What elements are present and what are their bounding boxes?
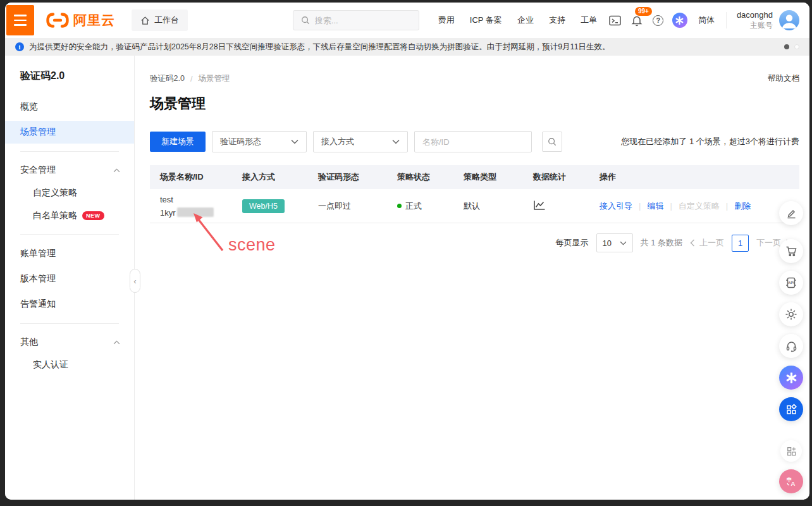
action-separator	[670, 201, 672, 211]
bell-icon	[631, 15, 643, 27]
breadcrumb-root[interactable]: 验证码2.0	[150, 73, 185, 84]
create-scene-button[interactable]: 新建场景	[150, 132, 206, 152]
user-role: 主账号	[750, 20, 773, 30]
dot-inactive[interactable]	[794, 44, 799, 49]
sidebar-item-scene-management[interactable]: 场景管理	[5, 121, 134, 144]
nav-tickets[interactable]: 工单	[573, 15, 605, 26]
search-input[interactable]	[315, 16, 403, 25]
nav-billing[interactable]: 费用	[431, 15, 462, 26]
sidebar-item-real-person-auth[interactable]: 实人认证	[5, 354, 134, 376]
ai-assistant-button[interactable]	[669, 9, 691, 31]
svg-text:A: A	[791, 480, 796, 487]
sidebar-group-security-label: 安全管理	[20, 164, 56, 176]
hamburger-menu-button[interactable]	[6, 5, 34, 35]
per-page-value: 10	[603, 238, 612, 248]
line-chart-icon[interactable]	[533, 200, 546, 211]
search-button[interactable]	[542, 132, 562, 152]
sidebar-title: 验证码2.0	[5, 70, 134, 87]
info-icon: i	[15, 42, 24, 51]
table-header: 场景名称/ID 接入方式 验证码形态 策略状态 策略类型 数据统计 操作	[150, 165, 799, 189]
captcha-form-select[interactable]: 验证码形态	[212, 131, 307, 152]
help-doc-link[interactable]: 帮助文档	[768, 73, 799, 84]
notifications-button[interactable]: 99+	[626, 9, 648, 31]
policy-status: 正式	[397, 201, 464, 212]
feedback-edit-button[interactable]	[779, 201, 803, 225]
row-actions: 接入引导 编辑 自定义策略 删除	[600, 201, 799, 212]
aliyun-logo[interactable]: 阿里云	[46, 11, 115, 29]
sidebar-item-overview[interactable]: 概览	[5, 96, 134, 118]
action-separator	[639, 201, 641, 211]
ai-asterisk-icon	[786, 373, 797, 383]
pencil-icon	[785, 207, 797, 219]
sidebar-item-real-person-auth-label: 实人认证	[33, 359, 68, 371]
help-button[interactable]: ?	[648, 9, 669, 31]
sidebar-item-custom-policy[interactable]: 自定义策略	[5, 182, 134, 204]
widgets-button[interactable]	[780, 440, 802, 462]
status-label: 正式	[405, 201, 422, 212]
headset-icon	[785, 340, 797, 352]
settings-button[interactable]	[779, 302, 803, 326]
chevron-down-icon	[291, 139, 298, 144]
scene-name-cell: test 1kyr	[160, 193, 242, 219]
nav-enterprise[interactable]: 企业	[510, 15, 541, 26]
action-delete[interactable]: 删除	[734, 201, 751, 212]
sidebar-group-other[interactable]: 其他	[5, 331, 134, 353]
prev-page-label: 上一页	[699, 237, 724, 249]
gear-icon	[785, 308, 797, 321]
prev-page-button[interactable]: 上一页	[690, 237, 724, 249]
api-button[interactable]: API	[779, 271, 803, 295]
workspace-button[interactable]: 工作台	[132, 9, 188, 31]
col-captcha-form: 验证码形态	[318, 171, 397, 183]
nav-icp[interactable]: ICP 备案	[462, 15, 510, 26]
apps-grid-icon	[785, 404, 797, 416]
sidebar-item-whitelist-policy[interactable]: 白名单策略 NEW	[5, 205, 134, 226]
action-access-guide[interactable]: 接入引导	[600, 201, 632, 212]
apps-panel-button[interactable]	[779, 397, 803, 421]
col-access: 接入方式	[242, 171, 318, 183]
table-row: test 1kyr Web/H5 一点即过 正式 默认 接入引导	[150, 189, 799, 223]
main-content: 验证码2.0 场景管理 帮助文档 场景管理 新建场景 验证码形态 接入方式	[135, 56, 809, 500]
chevron-down-icon	[392, 139, 400, 144]
dot-active[interactable]	[784, 44, 789, 49]
col-actions: 操作	[600, 171, 799, 183]
support-button[interactable]	[779, 334, 803, 358]
api-icon: API	[785, 276, 797, 289]
redacted-id	[177, 207, 214, 217]
sidebar-collapse-handle[interactable]: ‹	[130, 269, 140, 293]
announcement-dots[interactable]	[784, 44, 799, 49]
scene-table: 场景名称/ID 接入方式 验证码形态 策略状态 策略类型 数据统计 操作 tes…	[150, 165, 799, 223]
col-scene-name: 场景名称/ID	[160, 171, 242, 183]
col-statistics: 数据统计	[533, 171, 600, 183]
cart-button[interactable]	[779, 239, 803, 263]
sidebar-divider	[20, 234, 119, 235]
translate-button[interactable]: 中A	[779, 469, 803, 493]
ai-assistant-floating-button[interactable]	[779, 366, 803, 390]
nav-support[interactable]: 支持	[541, 15, 573, 26]
name-id-input[interactable]	[414, 131, 532, 152]
sidebar-item-version-management[interactable]: 版本管理	[5, 268, 134, 290]
current-page-button[interactable]: 1	[732, 235, 749, 252]
action-separator	[726, 201, 728, 211]
sidebar-item-alert-notification[interactable]: 告警通知	[5, 293, 134, 316]
user-account[interactable]: daconghd 主账号	[730, 10, 809, 30]
sidebar-item-billing-management[interactable]: 账单管理	[5, 242, 134, 265]
header-search[interactable]	[293, 10, 419, 30]
search-icon	[548, 137, 557, 146]
per-page-select[interactable]: 10	[596, 233, 633, 252]
header-nav: 费用 ICP 备案 企业 支持 工单	[431, 15, 605, 26]
console-window: 阿里云 工作台 费用 ICP 备案 企业 支持 工单 99+ ?	[5, 3, 809, 500]
cloudshell-button[interactable]	[605, 9, 626, 31]
access-method-select[interactable]: 接入方式	[313, 131, 408, 152]
language-switch[interactable]: 简体	[691, 15, 722, 26]
new-badge: NEW	[82, 211, 104, 220]
breadcrumb-separator	[190, 75, 192, 83]
toolbar: 新建场景 验证码形态 接入方式 您现在已经添加了 1 个场景，超过3个将进行计费	[150, 131, 799, 152]
statistics-cell	[533, 200, 600, 213]
action-edit[interactable]: 编辑	[647, 201, 663, 212]
avatar[interactable]	[779, 10, 799, 30]
captcha-form-value: 一点即过	[318, 201, 397, 212]
top-header: 阿里云 工作台 费用 ICP 备案 企业 支持 工单 99+ ?	[5, 3, 809, 38]
sidebar-group-security[interactable]: 安全管理	[5, 159, 134, 181]
access-method-select-label: 接入方式	[321, 136, 354, 147]
grid-plus-icon	[786, 446, 797, 457]
